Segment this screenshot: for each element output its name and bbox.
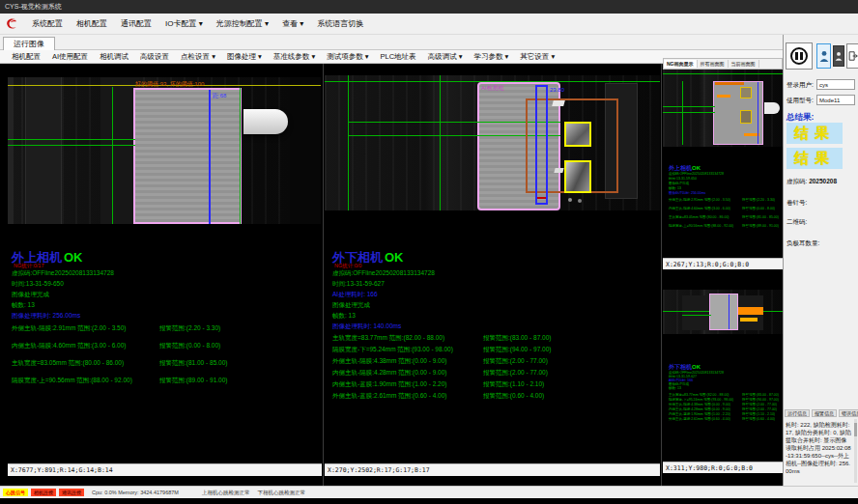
needle-label: 卷针号: <box>786 199 807 208</box>
tb-test-params[interactable]: 测试项参数 ▾ <box>321 52 374 62</box>
measurement-alarm: 报警范围:(2.20 - 3.30) <box>742 198 775 202</box>
tab-all-views[interactable]: 所有画面图 <box>698 60 729 68</box>
user-label: 登录用户: <box>786 81 814 90</box>
tb-camera-debug[interactable]: 相机调试 <box>94 52 134 62</box>
overlay-blue-vline <box>729 294 729 329</box>
ai-box-label: AI检测框 <box>481 84 504 93</box>
overlay-blue-vline <box>209 90 211 224</box>
log-scrollbar[interactable] <box>854 419 857 483</box>
camera-conn-badge: 相机连接 <box>31 489 56 496</box>
pause-button[interactable] <box>786 42 813 70</box>
user-button[interactable] <box>816 43 831 69</box>
mini-orange-highlight <box>738 307 763 315</box>
measurement-value: 内侧主轨-隔膜:4.28mm 范围:(0.00 - 9.00) <box>332 369 446 376</box>
process-done-line: 图像处理完成 <box>669 182 689 185</box>
measurement-alarm: 报警范围:(1.10 - 2.10) <box>483 380 544 389</box>
measurement-row: 内侧主轨-隔膜:4.60mm 范围:(3.00 - 6.00) 报警范围:(0.… <box>12 342 126 350</box>
tb-other-settings[interactable]: 其它设置 ▾ <box>514 52 560 62</box>
measurement-row: 外侧主轨-隔膜:2.91mm 范围:(2.00 - 3.50) 报警范围:(2.… <box>12 324 126 333</box>
measurement-value: 内侧主轨-蓝膜:1.90mm 范围:(1.00 - 2.20) <box>332 380 446 387</box>
operator-icon <box>835 51 843 61</box>
tb-advanced-debug[interactable]: 高级调试 ▾ <box>422 52 469 62</box>
metal-tab-part <box>764 102 780 114</box>
result-ok-label: OK <box>692 364 701 370</box>
overlay-yellow-box <box>740 110 752 124</box>
elapsed-line: 图像处理耗时: 256.00ms <box>669 191 705 195</box>
log-scrollbar-thumb[interactable] <box>854 423 857 436</box>
tb-advanced-settings[interactable]: 高级设置 <box>134 52 175 62</box>
tb-learning-params[interactable]: 学习参数 ▾ <box>468 52 514 62</box>
mid-pixel-coords: X:270;Y:2502;R:17;G:17;B:17 <box>325 463 660 476</box>
camera-name: 外下相机 <box>669 364 692 370</box>
measurement-value: 外侧主轨-蓝膜:2.61mm 范围:(0.60 - 4.00) <box>669 417 730 421</box>
measurement-alarm: 报警范围:(2.00 - 77.00) <box>483 357 548 366</box>
tab-ng-display[interactable]: NG画面显示 <box>664 60 698 68</box>
measurement-row: 主轨宽度=83.77mm 范围:(82.00 - 88.00) 报警范围:(83… <box>332 334 444 343</box>
menu-system-config[interactable]: 系统配置 <box>25 15 70 32</box>
comm-conn-badge: 通讯连接 <box>59 489 84 496</box>
measurement-alarm: 报警范围:(0.00 - 8.00) <box>742 207 775 210</box>
user-value-field[interactable]: cys <box>816 79 855 90</box>
detected-part-region <box>133 88 242 224</box>
frame-count-line: 帧数: 13 <box>12 301 35 310</box>
pause-icon <box>790 47 808 65</box>
mini-orange-text <box>715 82 744 85</box>
tab-current-view[interactable]: 当前画面图 <box>729 60 759 68</box>
machine-dark-zone <box>290 77 321 224</box>
sb-barcode-value: 20250208 <box>809 178 837 184</box>
tab-strip: 运行图像 <box>0 35 783 50</box>
tb-plc-address[interactable]: PLC地址表 <box>375 52 422 62</box>
log-tab-run[interactable]: 运行信息 <box>785 409 810 417</box>
menu-light-config[interactable]: 光源控制配置 ▾ <box>210 15 275 32</box>
menu-io-config[interactable]: IO卡配置 ▾ <box>158 15 210 32</box>
measurement-value: 主轨宽度=83.77mm 范围:(82.00 - 88.00) <box>669 393 729 397</box>
blue-measure-value: 23.80 <box>550 87 564 93</box>
operator-button[interactable] <box>833 45 844 67</box>
measurement-alarm: 报警范围:(2.00 - 77.00) <box>742 407 777 411</box>
measurement-alarm: 报警范围:(94.00 - 97.00) <box>742 398 779 402</box>
threshold-label: 好的阈值:93, 坏的阈值:100 <box>135 80 204 89</box>
frame-count-line: 帧数: 13 <box>669 386 681 390</box>
overlay-green-vline <box>440 75 441 210</box>
mini-bottom-camera-image[interactable] <box>663 290 783 334</box>
measurement-alarm: 报警范围:(83.00 - 87.00) <box>483 334 551 343</box>
measurement-alarm: 报警范围:(0.60 - 4.00) <box>483 392 544 401</box>
title-bar[interactable]: CYS-视觉检测系统 <box>0 0 858 14</box>
tb-ai-usage-config[interactable]: AI使用配置 <box>46 52 94 62</box>
tb-camera-config[interactable]: 相机配置 <box>6 52 46 62</box>
left-camera-image[interactable]: 好的阈值:93, 坏的阈值:100 距:68 <box>8 77 321 224</box>
heartbeat-badge: 心跳信号 <box>3 489 28 496</box>
menu-view[interactable]: 查看 ▾ <box>275 15 310 32</box>
tb-baseline-params[interactable]: 基准线参数 ▾ <box>268 52 321 62</box>
tb-spotcheck-settings[interactable]: 点检设置 ▾ <box>175 52 221 62</box>
menu-comm-config[interactable]: 通讯配置 <box>114 15 158 32</box>
measurement-row: 外侧主轨-隔膜:4.38mm 范围:(0.00 - 9.00) 报警范围:(2.… <box>332 357 446 366</box>
metal-highlight <box>552 100 565 106</box>
tb-image-processing[interactable]: 图像处理 ▾ <box>221 52 268 62</box>
log-tab-error[interactable]: 错误信息 <box>839 409 858 417</box>
machine-dot <box>578 199 582 203</box>
machine-edge <box>8 77 14 224</box>
menu-language-switch[interactable]: 系统语言切换 <box>310 15 370 32</box>
overlay-green-vline <box>682 81 683 145</box>
log-tab-alarm[interactable]: 报警信息 <box>812 409 837 417</box>
measurement-row: 内侧主轨-隔膜:4.60mm 范围:(3.00 - 6.00) 报警范围:(0.… <box>669 207 730 210</box>
mini-top-camera-image[interactable] <box>663 70 783 147</box>
overlay-green-hline <box>663 106 715 107</box>
overlay-red-mark <box>537 197 546 199</box>
measurement-row: 主轨宽度=83.77mm 范围:(82.00 - 88.00) 报警范围:(83… <box>669 393 729 397</box>
result-ok-label: OK <box>385 250 404 265</box>
overlay-blue-rect <box>535 85 548 205</box>
menu-camera-config[interactable]: 相机配置 <box>70 15 114 32</box>
log-tab-strip: 运行信息 报警信息 错误信息 <box>785 409 856 417</box>
model-value-field[interactable]: Mode11 <box>816 95 855 105</box>
gap-value-label: 距:68 <box>213 92 226 100</box>
time-line: 时间:13-31-59-650 <box>669 177 697 181</box>
tab-run-image[interactable]: 运行图像 <box>3 37 55 50</box>
barcode-line: 虚拟码:OFFline20250208133134728 <box>669 172 724 176</box>
exit-button[interactable] <box>846 43 858 69</box>
time-line: 时间:13-31-59-650 <box>12 280 64 289</box>
overlay-yellow-box <box>740 87 752 98</box>
mid-camera-image[interactable]: AI检测框 23.80 <box>325 75 660 210</box>
run-log-text[interactable]: 耗时: 222, 缺陷检测耗时: 17, 缺陷分类耗时: 0, 缺陷提取合并耗时… <box>786 421 852 483</box>
